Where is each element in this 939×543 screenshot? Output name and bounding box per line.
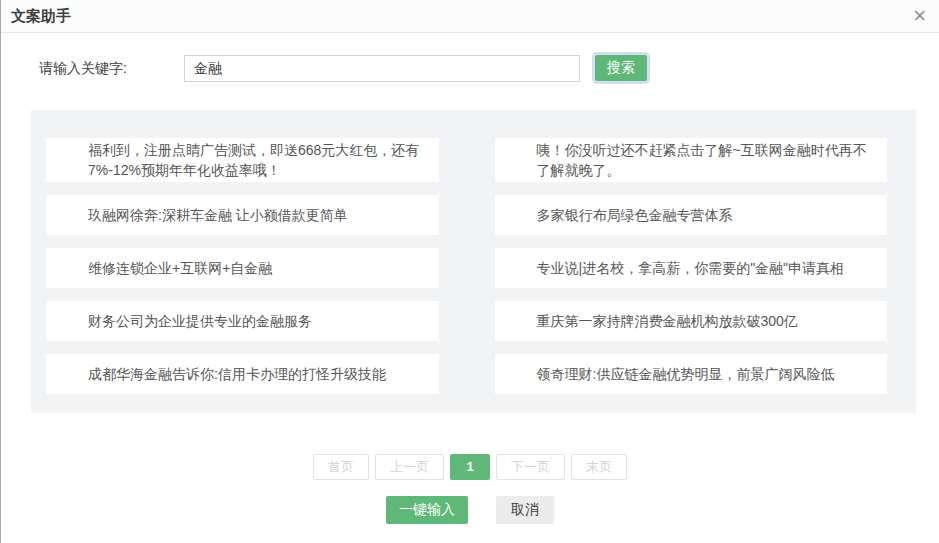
result-item[interactable]: 维修连锁企业+互联网+自金融	[46, 248, 439, 288]
search-button[interactable]: 搜索	[595, 55, 647, 81]
pagination: 首页 上一页 1 下一页 末页	[1, 454, 939, 480]
copywriting-assistant-dialog: 文案助手 × 请输入关键字: 搜索 福利到，注册点睛广告测试，即送668元大红包…	[0, 0, 939, 543]
results-panel: 福利到，注册点睛广告测试，即送668元大红包，还有7%-12%预期年年化收益率哦…	[31, 110, 916, 413]
result-item[interactable]: 玖融网徐奔:深耕车金融 让小额借款更简单	[46, 195, 439, 235]
close-icon[interactable]: ×	[913, 3, 926, 29]
keyword-input[interactable]	[184, 55, 580, 82]
result-item[interactable]: 多家银行布局绿色金融专营体系	[495, 195, 888, 235]
pagination-next-button[interactable]: 下一页	[496, 454, 565, 480]
pagination-last-button[interactable]: 末页	[571, 454, 627, 480]
pagination-prev-button[interactable]: 上一页	[375, 454, 444, 480]
result-item[interactable]: 重庆第一家持牌消费金融机构放款破300亿	[495, 301, 888, 341]
result-item[interactable]: 成都华海金融告诉你:信用卡办理的打怪升级技能	[46, 354, 439, 394]
footer-actions: 一键输入 取消	[1, 496, 939, 524]
pagination-current-page[interactable]: 1	[450, 454, 490, 480]
one-click-input-button[interactable]: 一键输入	[386, 496, 468, 524]
result-item[interactable]: 专业说|进名校，拿高薪，你需要的"金融"申请真相	[495, 248, 888, 288]
pagination-first-button[interactable]: 首页	[313, 454, 369, 480]
results-left-column: 福利到，注册点睛广告测试，即送668元大红包，还有7%-12%预期年年化收益率哦…	[46, 138, 439, 413]
results-right-column: 咦！你没听过还不赶紧点击了解~互联网金融时代再不了解就晚了。 多家银行布局绿色金…	[495, 138, 888, 413]
result-item[interactable]: 领奇理财:供应链金融优势明显，前景广阔风险低	[495, 354, 888, 394]
cancel-button[interactable]: 取消	[496, 496, 554, 524]
keyword-label: 请输入关键字:	[39, 55, 127, 81]
result-item[interactable]: 福利到，注册点睛广告测试，即送668元大红包，还有7%-12%预期年年化收益率哦…	[46, 138, 439, 182]
dialog-header: 文案助手 ×	[1, 0, 939, 33]
result-item[interactable]: 咦！你没听过还不赶紧点击了解~互联网金融时代再不了解就晚了。	[495, 138, 888, 182]
dialog-title: 文案助手	[11, 0, 71, 32]
result-item[interactable]: 财务公司为企业提供专业的金融服务	[46, 301, 439, 341]
